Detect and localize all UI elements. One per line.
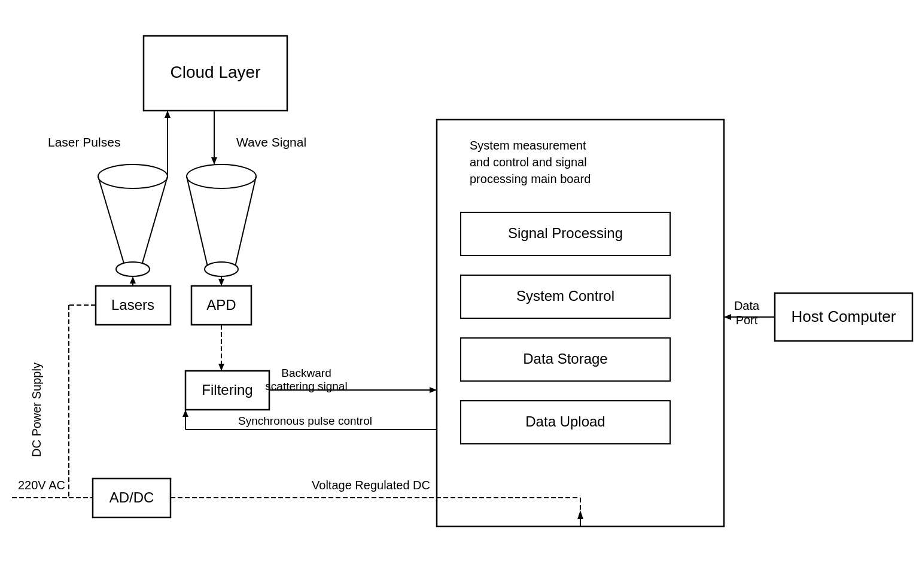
svg-marker-100 — [430, 387, 437, 393]
svg-point-56 — [116, 262, 150, 276]
svg-text:scattering signal: scattering signal — [265, 380, 347, 392]
svg-text:System Control: System Control — [516, 288, 614, 304]
svg-marker-94 — [218, 364, 224, 371]
svg-text:Laser Pulses: Laser Pulses — [48, 135, 120, 149]
svg-marker-105 — [182, 410, 188, 417]
svg-text:APD: APD — [206, 297, 236, 313]
svg-text:Synchronous pulse control: Synchronous pulse control — [238, 415, 372, 427]
svg-text:Wave Signal: Wave Signal — [236, 135, 306, 149]
svg-text:Data Storage: Data Storage — [523, 351, 607, 367]
svg-point-60 — [205, 262, 238, 276]
svg-text:220V AC: 220V AC — [18, 479, 65, 492]
svg-text:Filtering: Filtering — [202, 382, 252, 398]
svg-line-55 — [141, 176, 168, 269]
svg-text:Voltage Regulated DC: Voltage Regulated DC — [312, 479, 430, 492]
svg-text:Lasers: Lasers — [111, 297, 154, 313]
svg-line-59 — [235, 176, 256, 269]
svg-line-58 — [187, 176, 208, 269]
svg-marker-116 — [724, 314, 731, 320]
svg-text:AD/DC: AD/DC — [109, 489, 154, 505]
svg-point-57 — [187, 164, 256, 188]
svg-text:and control and signal: and control and signal — [470, 156, 587, 169]
svg-text:Host Computer: Host Computer — [792, 307, 896, 325]
svg-text:processing main board: processing main board — [470, 172, 591, 185]
svg-text:Backward: Backward — [281, 367, 331, 379]
svg-marker-90 — [211, 157, 217, 164]
svg-marker-86 — [218, 279, 224, 286]
svg-text:DC Power Supply: DC Power Supply — [30, 362, 43, 457]
svg-marker-88 — [165, 111, 171, 118]
svg-line-54 — [98, 176, 126, 269]
svg-text:Data Upload: Data Upload — [525, 413, 605, 429]
svg-text:Signal Processing: Signal Processing — [508, 225, 623, 241]
svg-text:Data: Data — [734, 299, 760, 312]
cloud-layer-text: Cloud Layer — [171, 63, 261, 81]
svg-marker-84 — [130, 276, 136, 284]
svg-text:System measurement: System measurement — [470, 139, 586, 152]
svg-point-53 — [98, 164, 168, 188]
svg-text:Port: Port — [736, 313, 758, 327]
